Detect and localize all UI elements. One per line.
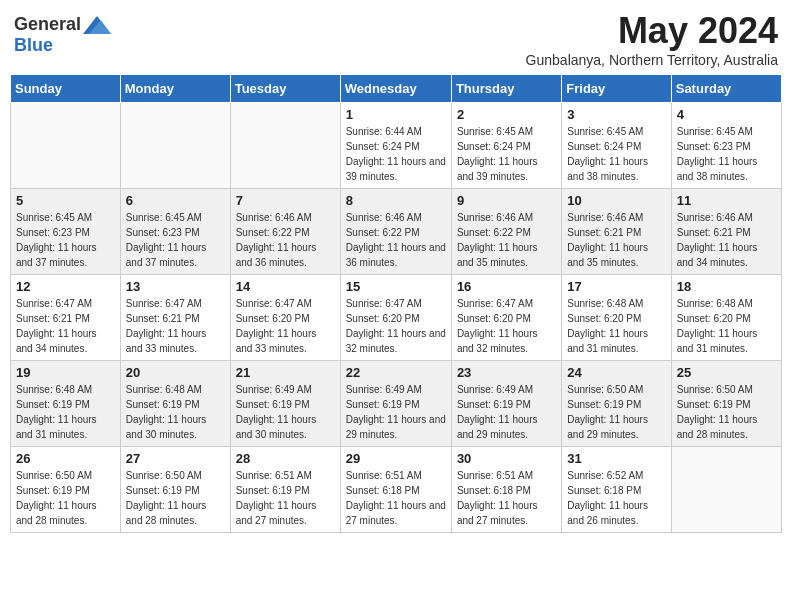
header-tuesday: Tuesday [230,75,340,103]
calendar-header-row: Sunday Monday Tuesday Wednesday Thursday… [11,75,782,103]
day-info: Sunrise: 6:46 AMSunset: 6:22 PMDaylight:… [236,210,335,270]
table-row: 18Sunrise: 6:48 AMSunset: 6:20 PMDayligh… [671,275,781,361]
day-number: 2 [457,107,556,122]
day-number: 29 [346,451,446,466]
day-info: Sunrise: 6:47 AMSunset: 6:21 PMDaylight:… [126,296,225,356]
sunset-text: Sunset: 6:19 PM [677,397,776,412]
day-info: Sunrise: 6:46 AMSunset: 6:22 PMDaylight:… [457,210,556,270]
day-number: 27 [126,451,225,466]
daylight-text: Daylight: 11 hours and 31 minutes. [16,412,115,442]
table-row: 24Sunrise: 6:50 AMSunset: 6:19 PMDayligh… [562,361,671,447]
daylight-text: Daylight: 11 hours and 29 minutes. [567,412,665,442]
table-row: 25Sunrise: 6:50 AMSunset: 6:19 PMDayligh… [671,361,781,447]
daylight-text: Daylight: 11 hours and 33 minutes. [126,326,225,356]
sunrise-text: Sunrise: 6:45 AM [16,210,115,225]
sunset-text: Sunset: 6:19 PM [16,483,115,498]
sunrise-text: Sunrise: 6:45 AM [126,210,225,225]
header-wednesday: Wednesday [340,75,451,103]
calendar-week-row: 12Sunrise: 6:47 AMSunset: 6:21 PMDayligh… [11,275,782,361]
header-friday: Friday [562,75,671,103]
sunset-text: Sunset: 6:21 PM [677,225,776,240]
daylight-text: Daylight: 11 hours and 27 minutes. [236,498,335,528]
table-row: 16Sunrise: 6:47 AMSunset: 6:20 PMDayligh… [451,275,561,361]
sunrise-text: Sunrise: 6:48 AM [16,382,115,397]
logo: General Blue [14,14,111,56]
table-row: 21Sunrise: 6:49 AMSunset: 6:19 PMDayligh… [230,361,340,447]
table-row: 22Sunrise: 6:49 AMSunset: 6:19 PMDayligh… [340,361,451,447]
day-info: Sunrise: 6:46 AMSunset: 6:21 PMDaylight:… [677,210,776,270]
day-number: 26 [16,451,115,466]
sunrise-text: Sunrise: 6:47 AM [126,296,225,311]
sunrise-text: Sunrise: 6:46 AM [346,210,446,225]
table-row: 19Sunrise: 6:48 AMSunset: 6:19 PMDayligh… [11,361,121,447]
day-number: 7 [236,193,335,208]
table-row: 9Sunrise: 6:46 AMSunset: 6:22 PMDaylight… [451,189,561,275]
day-info: Sunrise: 6:48 AMSunset: 6:20 PMDaylight:… [677,296,776,356]
day-number: 9 [457,193,556,208]
sunset-text: Sunset: 6:20 PM [346,311,446,326]
table-row: 4Sunrise: 6:45 AMSunset: 6:23 PMDaylight… [671,103,781,189]
sunset-text: Sunset: 6:22 PM [236,225,335,240]
day-info: Sunrise: 6:45 AMSunset: 6:23 PMDaylight:… [126,210,225,270]
sunset-text: Sunset: 6:22 PM [346,225,446,240]
calendar-week-row: 5Sunrise: 6:45 AMSunset: 6:23 PMDaylight… [11,189,782,275]
day-number: 28 [236,451,335,466]
day-number: 14 [236,279,335,294]
day-number: 3 [567,107,665,122]
day-info: Sunrise: 6:50 AMSunset: 6:19 PMDaylight:… [567,382,665,442]
sunset-text: Sunset: 6:20 PM [677,311,776,326]
day-info: Sunrise: 6:49 AMSunset: 6:19 PMDaylight:… [457,382,556,442]
day-number: 10 [567,193,665,208]
daylight-text: Daylight: 11 hours and 39 minutes. [457,154,556,184]
sunset-text: Sunset: 6:19 PM [236,397,335,412]
table-row: 13Sunrise: 6:47 AMSunset: 6:21 PMDayligh… [120,275,230,361]
sunset-text: Sunset: 6:18 PM [567,483,665,498]
sunset-text: Sunset: 6:19 PM [126,397,225,412]
table-row: 29Sunrise: 6:51 AMSunset: 6:18 PMDayligh… [340,447,451,533]
sunset-text: Sunset: 6:18 PM [346,483,446,498]
sunrise-text: Sunrise: 6:51 AM [346,468,446,483]
sunrise-text: Sunrise: 6:46 AM [677,210,776,225]
table-row: 14Sunrise: 6:47 AMSunset: 6:20 PMDayligh… [230,275,340,361]
day-number: 15 [346,279,446,294]
sunrise-text: Sunrise: 6:50 AM [16,468,115,483]
sunset-text: Sunset: 6:19 PM [567,397,665,412]
daylight-text: Daylight: 11 hours and 35 minutes. [567,240,665,270]
sunrise-text: Sunrise: 6:49 AM [346,382,446,397]
calendar-table: Sunday Monday Tuesday Wednesday Thursday… [10,74,782,533]
sunrise-text: Sunrise: 6:46 AM [457,210,556,225]
day-number: 19 [16,365,115,380]
day-number: 16 [457,279,556,294]
sunrise-text: Sunrise: 6:45 AM [457,124,556,139]
daylight-text: Daylight: 11 hours and 31 minutes. [677,326,776,356]
sunrise-text: Sunrise: 6:47 AM [16,296,115,311]
month-title: May 2024 [526,10,778,52]
sunset-text: Sunset: 6:24 PM [346,139,446,154]
sunset-text: Sunset: 6:23 PM [677,139,776,154]
sunrise-text: Sunrise: 6:44 AM [346,124,446,139]
day-number: 6 [126,193,225,208]
sunset-text: Sunset: 6:24 PM [457,139,556,154]
header-monday: Monday [120,75,230,103]
sunrise-text: Sunrise: 6:48 AM [677,296,776,311]
day-info: Sunrise: 6:47 AMSunset: 6:20 PMDaylight:… [457,296,556,356]
day-number: 12 [16,279,115,294]
sunrise-text: Sunrise: 6:50 AM [126,468,225,483]
day-info: Sunrise: 6:47 AMSunset: 6:20 PMDaylight:… [236,296,335,356]
sunrise-text: Sunrise: 6:49 AM [457,382,556,397]
table-row: 31Sunrise: 6:52 AMSunset: 6:18 PMDayligh… [562,447,671,533]
sunset-text: Sunset: 6:21 PM [567,225,665,240]
table-row [230,103,340,189]
day-number: 21 [236,365,335,380]
table-row: 1Sunrise: 6:44 AMSunset: 6:24 PMDaylight… [340,103,451,189]
day-number: 1 [346,107,446,122]
day-info: Sunrise: 6:44 AMSunset: 6:24 PMDaylight:… [346,124,446,184]
day-number: 11 [677,193,776,208]
sunrise-text: Sunrise: 6:46 AM [567,210,665,225]
day-info: Sunrise: 6:48 AMSunset: 6:20 PMDaylight:… [567,296,665,356]
sunrise-text: Sunrise: 6:49 AM [236,382,335,397]
page-header: General Blue May 2024 Gunbalanya, Northe… [10,10,782,68]
table-row: 10Sunrise: 6:46 AMSunset: 6:21 PMDayligh… [562,189,671,275]
day-number: 24 [567,365,665,380]
header-sunday: Sunday [11,75,121,103]
